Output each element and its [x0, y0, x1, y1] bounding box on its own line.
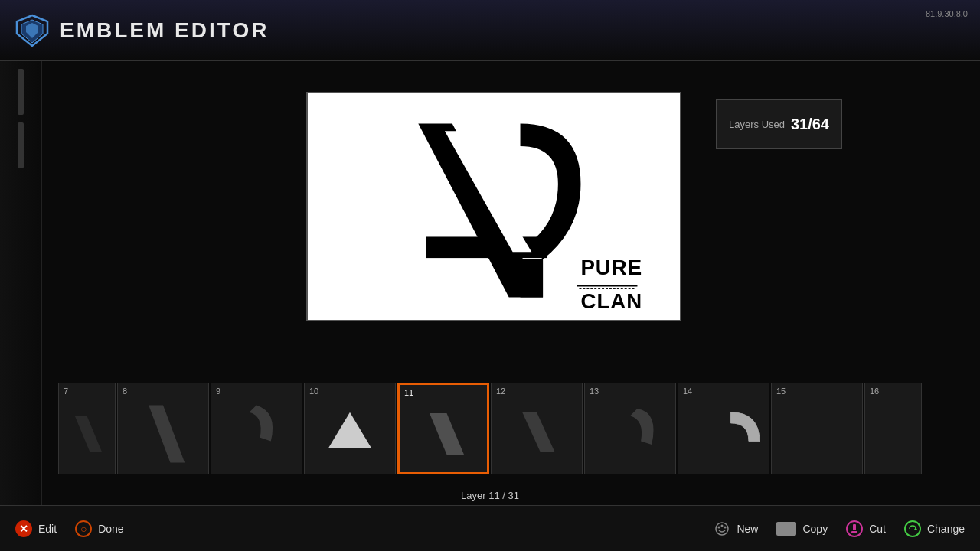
- layer-info-label: Layer 11 / 31: [461, 490, 519, 501]
- layer-num-13: 13: [590, 386, 599, 396]
- layer-thumb-9[interactable]: 9: [211, 383, 302, 474]
- cut-button[interactable]: Cut: [846, 520, 886, 537]
- layer-num-7: 7: [64, 386, 68, 396]
- x-icon: ✕: [15, 520, 32, 537]
- layer-thumb-10[interactable]: 10: [304, 383, 396, 474]
- layer-num-12: 12: [496, 386, 505, 396]
- copy-label: Copy: [802, 523, 828, 535]
- edit-button[interactable]: ✕ Edit: [15, 520, 57, 537]
- svg-marker-12: [328, 412, 371, 448]
- shield-icon: [15, 14, 49, 47]
- change-icon: [904, 520, 921, 537]
- cut-label: Cut: [869, 523, 886, 535]
- svg-point-13: [716, 523, 728, 535]
- layer-num-15: 15: [776, 386, 786, 396]
- svg-rect-18: [851, 531, 858, 533]
- layer-thumb-11[interactable]: 11: [397, 383, 489, 474]
- done-button[interactable]: ○ Done: [75, 520, 123, 537]
- new-icon: [714, 520, 730, 537]
- layer-thumb-14[interactable]: 14: [678, 383, 769, 474]
- header: EMBLEM EDITOR 81.9.30.8.0: [0, 0, 980, 61]
- emblem-svg: PURE CLAN: [308, 93, 680, 320]
- layer-thumb-13[interactable]: 13: [584, 383, 676, 474]
- change-button[interactable]: Change: [904, 520, 965, 537]
- page-title: EMBLEM EDITOR: [60, 18, 269, 43]
- bottom-left-actions: ✕ Edit ○ Done: [15, 520, 124, 537]
- edit-label: Edit: [38, 523, 57, 535]
- cut-icon: [846, 520, 863, 537]
- svg-text:CLAN: CLAN: [580, 289, 642, 313]
- svg-point-16: [724, 526, 727, 528]
- layer-num-10: 10: [309, 386, 318, 396]
- svg-point-15: [721, 524, 724, 527]
- layer-num-8: 8: [122, 386, 127, 396]
- copy-icon: [776, 522, 796, 536]
- layer-thumb-16[interactable]: 16: [864, 383, 922, 474]
- layer-thumb-12[interactable]: 12: [491, 383, 583, 474]
- layer-thumb-15[interactable]: 15: [771, 383, 863, 474]
- layer-thumb-8[interactable]: 8: [117, 383, 209, 474]
- layers-value: 31/64: [791, 116, 829, 133]
- layer-num-16: 16: [870, 386, 879, 396]
- bottom-right-actions: New Copy Cut Change: [714, 520, 965, 537]
- done-label: Done: [98, 523, 123, 535]
- layer-strip: 7 8 9 10 11 12 13 14 15 16: [0, 375, 980, 482]
- new-button[interactable]: New: [714, 520, 758, 537]
- layer-thumb-7[interactable]: 7: [58, 383, 116, 474]
- new-label: New: [737, 523, 758, 535]
- change-label: Change: [927, 523, 965, 535]
- svg-rect-17: [853, 524, 856, 530]
- layers-panel: Layers Used 31/64: [716, 99, 842, 149]
- layer-info: Layer 11 / 31: [461, 490, 519, 501]
- emblem-canvas: PURE CLAN: [306, 92, 681, 321]
- svg-text:PURE: PURE: [580, 256, 642, 279]
- layer-num-9: 9: [216, 386, 220, 396]
- copy-button[interactable]: Copy: [776, 522, 828, 536]
- layer-num-14: 14: [683, 386, 692, 396]
- svg-point-14: [718, 526, 720, 528]
- bottom-bar: ✕ Edit ○ Done New Copy: [0, 505, 980, 551]
- layers-label: Layers Used: [729, 119, 785, 130]
- circle-icon: ○: [75, 520, 92, 537]
- layer-num-11: 11: [404, 388, 413, 397]
- version-label: 81.9.30.8.0: [926, 9, 968, 18]
- svg-marker-6: [521, 259, 544, 297]
- svg-marker-19: [914, 527, 917, 530]
